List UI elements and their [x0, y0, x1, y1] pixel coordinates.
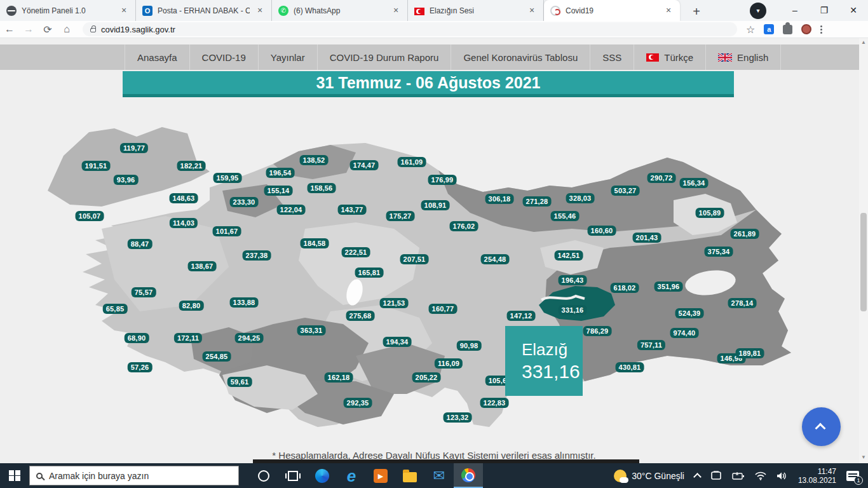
- address-bar[interactable]: covid19.saglik.gov.tr: [83, 22, 737, 36]
- url-text[interactable]: covid19.saglik.gov.tr: [101, 25, 175, 34]
- province-value-label[interactable]: 57,26: [128, 362, 153, 372]
- scrollbar-thumb[interactable]: [860, 213, 867, 311]
- start-button[interactable]: [0, 463, 29, 488]
- minimize-button[interactable]: –: [780, 0, 810, 21]
- province-value-label[interactable]: 122,04: [277, 205, 306, 215]
- province-value-label[interactable]: 375,34: [705, 247, 733, 257]
- province-value-label[interactable]: 59,61: [227, 377, 252, 387]
- province-value-label[interactable]: 138,67: [188, 261, 217, 271]
- maximize-button[interactable]: ❐: [810, 0, 839, 21]
- province-value-label[interactable]: 294,25: [235, 333, 264, 343]
- cast-icon[interactable]: [710, 471, 722, 481]
- province-value-label[interactable]: 196,54: [266, 168, 295, 178]
- page-scrollbar[interactable]: ▲ ▼: [859, 38, 868, 463]
- province-value-label[interactable]: 176,02: [450, 221, 478, 231]
- province-value-label[interactable]: 233,30: [230, 197, 259, 207]
- notifications-icon[interactable]: 1: [846, 471, 859, 481]
- tab-yonetim-paneli[interactable]: Yönetim Paneli 1.0 ×: [0, 0, 136, 21]
- province-value-label[interactable]: 363,31: [297, 325, 326, 336]
- close-button[interactable]: ✕: [839, 0, 868, 21]
- province-value-label[interactable]: 123,32: [444, 412, 472, 423]
- province-value-label[interactable]: 88,47: [128, 239, 153, 249]
- province-value-label[interactable]: 122,83: [480, 398, 509, 408]
- tab-close-icon[interactable]: ×: [663, 6, 674, 16]
- province-value-label[interactable]: 160,77: [429, 304, 458, 314]
- province-value-label[interactable]: 165,81: [355, 268, 384, 278]
- province-value-label[interactable]: 275,68: [346, 311, 375, 321]
- province-value-label[interactable]: 138,52: [300, 155, 329, 165]
- province-value-label[interactable]: 156,34: [680, 178, 709, 188]
- province-value-label[interactable]: 116,09: [435, 358, 463, 369]
- task-view-button[interactable]: [278, 463, 308, 488]
- taskbar-search[interactable]: Aramak için buraya yazın: [29, 466, 239, 485]
- province-value-label[interactable]: 430,81: [616, 362, 644, 372]
- province-value-label[interactable]: 351,96: [654, 281, 683, 292]
- province-value-label[interactable]: 503,27: [611, 186, 640, 196]
- province-value-label[interactable]: 142,51: [555, 250, 583, 261]
- province-value-label[interactable]: 205,22: [412, 372, 441, 383]
- bookmark-star-icon[interactable]: ☆: [746, 24, 755, 36]
- tray-chevron-up-icon[interactable]: [693, 473, 702, 481]
- weather-widget[interactable]: 30°C Güneşli: [614, 470, 684, 482]
- profile-avatar[interactable]: ▾: [750, 3, 766, 19]
- province-value-label[interactable]: 143,77: [338, 205, 367, 215]
- province-value-label[interactable]: 119,77: [120, 143, 148, 153]
- province-value-label[interactable]: 159,95: [214, 173, 242, 183]
- province-value-label[interactable]: 524,39: [675, 308, 704, 318]
- edge-button[interactable]: [308, 463, 337, 488]
- tab-close-icon[interactable]: ×: [391, 6, 401, 16]
- tab-covid19-active[interactable]: Covid19 ×: [544, 0, 680, 21]
- province-value-label[interactable]: 133,88: [230, 297, 259, 308]
- province-value-label[interactable]: 331,16: [559, 305, 587, 315]
- back-icon[interactable]: ←: [0, 24, 19, 35]
- province-value-label[interactable]: 105,89: [696, 208, 724, 218]
- internet-explorer-button[interactable]: e: [337, 463, 366, 488]
- province-value-label[interactable]: 201,43: [633, 233, 661, 243]
- province-value-label[interactable]: 75,57: [132, 287, 156, 297]
- province-value-label[interactable]: 114,03: [170, 218, 198, 228]
- file-explorer-button[interactable]: [395, 463, 424, 488]
- tab-close-icon[interactable]: ×: [527, 6, 537, 16]
- chrome-button[interactable]: [454, 463, 483, 488]
- province-value-label[interactable]: 196,43: [559, 275, 587, 285]
- province-value-label[interactable]: 184,58: [301, 238, 329, 248]
- province-value-label[interactable]: 175,27: [386, 211, 415, 221]
- province-value-label[interactable]: 172,11: [174, 333, 202, 343]
- province-value-label[interactable]: 254,48: [481, 254, 510, 264]
- province-value-label[interactable]: 155,46: [551, 211, 580, 221]
- province-value-label[interactable]: 148,63: [170, 193, 198, 203]
- reload-icon[interactable]: ⟳: [38, 24, 57, 36]
- cortana-button[interactable]: [249, 463, 278, 488]
- province-value-label[interactable]: 90,98: [457, 341, 482, 351]
- province-value-label[interactable]: 176,99: [428, 175, 457, 185]
- province-value-label[interactable]: 105,07: [76, 211, 104, 221]
- province-value-label[interactable]: 328,03: [566, 193, 595, 203]
- province-value-label[interactable]: 757,11: [637, 340, 665, 350]
- province-value-label[interactable]: 306,18: [485, 194, 514, 204]
- tab-elazigin-sesi[interactable]: Elazığın Sesi ×: [408, 0, 544, 21]
- province-value-label[interactable]: 160,60: [588, 226, 616, 236]
- province-value-label[interactable]: 82,80: [179, 301, 204, 311]
- province-value-label[interactable]: 174,47: [350, 160, 379, 170]
- province-value-label[interactable]: 65,85: [103, 304, 128, 314]
- province-value-label[interactable]: 290,72: [648, 173, 676, 183]
- province-value-label[interactable]: 618,02: [611, 283, 639, 293]
- tab-outlook[interactable]: O Posta - ERHAN DABAK - Outl ×: [136, 0, 272, 21]
- taskbar-clock[interactable]: 11:47 13.08.2021: [798, 467, 836, 485]
- extensions-puzzle-icon[interactable]: [783, 25, 792, 34]
- home-icon[interactable]: ⌂: [57, 24, 76, 35]
- province-value-label[interactable]: 101,67: [213, 226, 241, 236]
- wifi-icon[interactable]: [755, 471, 766, 480]
- province-value-label[interactable]: 161,09: [398, 157, 426, 167]
- tab-close-icon[interactable]: ×: [255, 6, 265, 16]
- province-value-label[interactable]: 158,56: [308, 183, 336, 193]
- province-value-label[interactable]: 254,85: [203, 351, 231, 362]
- province-value-label[interactable]: 182,21: [177, 161, 206, 171]
- turkey-map[interactable]: 119,77191,51182,2193,96159,95196,54138,5…: [0, 38, 868, 463]
- province-value-label[interactable]: 93,96: [114, 175, 139, 185]
- province-value-label[interactable]: 207,51: [400, 254, 429, 264]
- province-value-label[interactable]: 191,51: [82, 161, 111, 171]
- province-value-label[interactable]: 974,40: [670, 328, 699, 338]
- scrollbar-down-icon[interactable]: ▼: [859, 453, 868, 462]
- province-value-label[interactable]: 147,12: [507, 311, 536, 321]
